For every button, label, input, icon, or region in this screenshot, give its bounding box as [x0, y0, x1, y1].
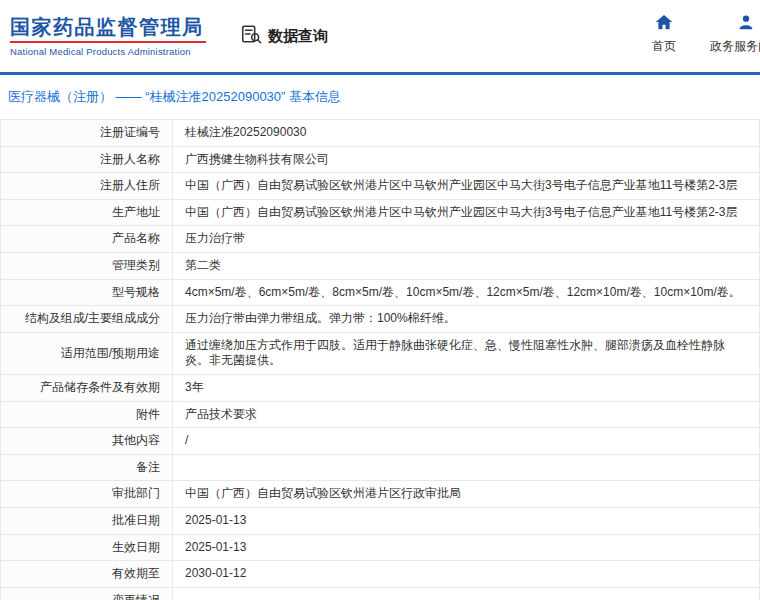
field-label: 变更情况 [1, 587, 173, 600]
field-value: 产品技术要求 [173, 401, 760, 428]
field-value: 桂械注准20252090030 [173, 120, 760, 147]
field-label: 注册人住所 [1, 173, 173, 200]
table-body: 注册证编号 桂械注准20252090030 注册人名称 广西携健生物科技有限公司… [1, 120, 760, 600]
data-query-icon [240, 23, 262, 49]
header-nav: 首页 政务服务门户 [652, 13, 760, 55]
field-value: 中国（广西）自由贸易试验区钦州港片区行政审批局 [173, 481, 760, 508]
field-label: 生产地址 [1, 199, 173, 226]
table-row: 批准日期 2025-01-13 [1, 507, 760, 534]
field-value: 第二类 [173, 252, 760, 279]
field-value: 2030-01-12 [173, 561, 760, 588]
site-title-en: National Medical Products Administration [10, 46, 206, 57]
site-title: 国家药品监督管理局 [10, 16, 206, 38]
field-value: 压力治疗带 [173, 226, 760, 253]
table-row: 生产地址 中国（广西）自由贸易试验区钦州港片区中马钦州产业园区中马大街3号电子信… [1, 199, 760, 226]
field-value: 压力治疗带由弹力带组成。弹力带：100%棉纤维。 [173, 306, 760, 333]
field-value: 通过缠绕加压方式作用于四肢。适用于静脉曲张硬化症、急、慢性阻塞性水肿、腿部溃疡及… [173, 332, 760, 374]
table-row: 审批部门 中国（广西）自由贸易试验区钦州港片区行政审批局 [1, 481, 760, 508]
field-label: 审批部门 [1, 481, 173, 508]
field-label: 管理类别 [1, 252, 173, 279]
field-label: 注册人名称 [1, 146, 173, 173]
table-row: 备注 [1, 454, 760, 481]
table-row: 产品名称 压力治疗带 [1, 226, 760, 253]
table-row: 型号规格 4cm×5m/卷、6cm×5m/卷、8cm×5m/卷、10cm×5m/… [1, 279, 760, 306]
nav-portal-label: 政务服务门户 [710, 38, 760, 55]
brand-red-divider [10, 41, 206, 43]
field-value: 4cm×5m/卷、6cm×5m/卷、8cm×5m/卷、10cm×5m/卷、12c… [173, 279, 760, 306]
field-value: 2025-01-13 [173, 507, 760, 534]
field-value: / [173, 428, 760, 455]
site-logo: 国家药品监督管理局 National Medical Products Admi… [10, 16, 206, 57]
field-value: 广西携健生物科技有限公司 [173, 146, 760, 173]
table-row: 有效期至 2030-01-12 [1, 561, 760, 588]
data-query-tab[interactable]: 数据查询 [240, 23, 328, 49]
nav-home-label: 首页 [652, 38, 676, 55]
table-row: 管理类别 第二类 [1, 252, 760, 279]
page: 国家药品监督管理局 National Medical Products Admi… [0, 0, 760, 600]
field-label: 附件 [1, 401, 173, 428]
registration-info-table: 注册证编号 桂械注准20252090030 注册人名称 广西携健生物科技有限公司… [0, 119, 760, 600]
field-label: 批准日期 [1, 507, 173, 534]
table-row: 变更情况 [1, 587, 760, 600]
table-row: 注册人名称 广西携健生物科技有限公司 [1, 146, 760, 173]
field-label: 结构及组成/主要组成成分 [1, 306, 173, 333]
field-value: 中国（广西）自由贸易试验区钦州港片区中马钦州产业园区中马大街3号电子信息产业基地… [173, 173, 760, 200]
table-row: 其他内容 / [1, 428, 760, 455]
field-label: 型号规格 [1, 279, 173, 306]
field-label: 其他内容 [1, 428, 173, 455]
field-label: 备注 [1, 454, 173, 481]
field-value: 2025-01-13 [173, 534, 760, 561]
nav-home[interactable]: 首页 [652, 13, 676, 55]
user-icon [737, 13, 755, 35]
field-label: 产品储存条件及有效期 [1, 374, 173, 401]
table-row: 适用范围/预期用途 通过缠绕加压方式作用于四肢。适用于静脉曲张硬化症、急、慢性阻… [1, 332, 760, 374]
field-label: 生效日期 [1, 534, 173, 561]
field-value [173, 454, 760, 481]
field-value [173, 587, 760, 600]
field-label: 有效期至 [1, 561, 173, 588]
table-row: 注册人住所 中国（广西）自由贸易试验区钦州港片区中马钦州产业园区中马大街3号电子… [1, 173, 760, 200]
field-label: 注册证编号 [1, 120, 173, 147]
data-query-label: 数据查询 [268, 27, 328, 46]
table-row: 附件 产品技术要求 [1, 401, 760, 428]
site-header: 国家药品监督管理局 National Medical Products Admi… [0, 0, 760, 72]
field-value: 中国（广西）自由贸易试验区钦州港片区中马钦州产业园区中马大街3号电子信息产业基地… [173, 199, 760, 226]
field-value: 3年 [173, 374, 760, 401]
nav-portal[interactable]: 政务服务门户 [710, 13, 760, 55]
field-label: 产品名称 [1, 226, 173, 253]
table-row: 生效日期 2025-01-13 [1, 534, 760, 561]
field-label: 适用范围/预期用途 [1, 332, 173, 374]
table-row: 产品储存条件及有效期 3年 [1, 374, 760, 401]
home-icon [655, 13, 673, 35]
table-row: 注册证编号 桂械注准20252090030 [1, 120, 760, 147]
table-row: 结构及组成/主要组成成分 压力治疗带由弹力带组成。弹力带：100%棉纤维。 [1, 306, 760, 333]
page-title: 医疗器械（注册） —— “桂械注准20252090030” 基本信息 [0, 75, 760, 119]
